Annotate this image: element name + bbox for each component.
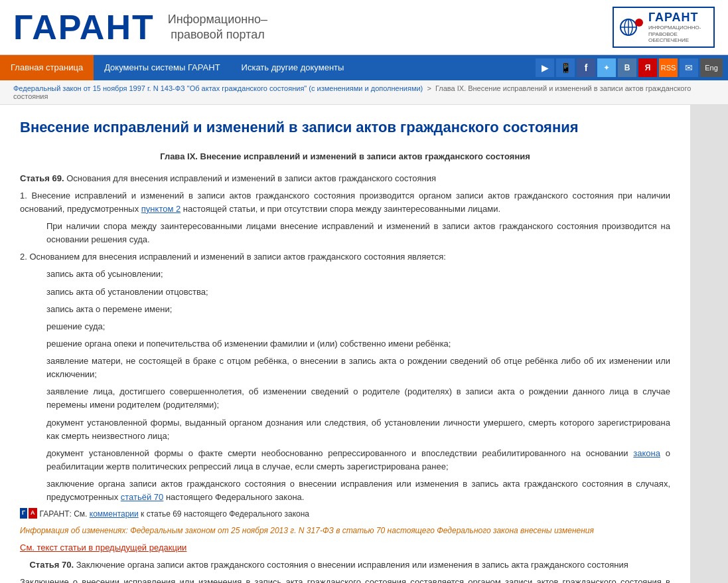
nav-documents[interactable]: Документы системы ГАРАНТ [94, 55, 230, 80]
para-12: документ установленной формы о факте сме… [20, 447, 670, 473]
eng-button[interactable]: Eng [700, 58, 723, 77]
mail-icon[interactable]: ✉ [680, 58, 698, 77]
site-tagline: Информационно– правовой портал [168, 12, 267, 43]
statya70-link[interactable]: статьёй 70 [121, 492, 164, 502]
nav-home[interactable]: Главная страница [0, 55, 94, 80]
article70-intro: Заключение о внесении исправления или из… [20, 576, 670, 583]
article70-header: Статья 70. Заключение органа записи акто… [20, 558, 670, 572]
breadcrumb: Федеральный закон от 15 ноября 1997 г. N… [0, 80, 728, 105]
para-2: При наличии спора между заинтересованным… [20, 220, 670, 246]
article69-header: Статья 69. Основания для внесения исправ… [20, 172, 670, 185]
zakon-link[interactable]: закона [633, 448, 660, 458]
header-right-logo: ГАРАНТ ИНФОРМАЦИОННО-ПРАВОВОЕ ОБЕСПЕЧЕНИ… [613, 7, 715, 48]
facebook-icon[interactable]: f [577, 58, 595, 77]
garant-icon-69: ГА [20, 508, 37, 519]
punkt2-link[interactable]: пунктом 2 [141, 204, 181, 214]
main-content: Внесение исправлений и изменений в запис… [0, 105, 690, 583]
info-change: Информация об изменениях: Федеральным за… [20, 525, 670, 537]
para-5: запись акта об установлении отцовства; [20, 286, 670, 299]
right-logo-text: ГАРАНТ [648, 11, 708, 25]
twitter-icon[interactable]: ✦ [597, 58, 616, 77]
para-6: запись акта о перемене имени; [20, 303, 670, 316]
para-9: заявление матери, не состоящей в браке с… [20, 355, 670, 381]
para-1: 1. Внесение исправлений и изменений в за… [20, 189, 670, 216]
chapter-title: Глава IX. Внесение исправлений и изменен… [20, 150, 670, 163]
para-8: решение органа опеки и попечительства об… [20, 337, 670, 351]
svg-point-4 [635, 19, 643, 27]
globe-icon [619, 16, 644, 39]
site-logo[interactable]: ГАРАНТ [13, 7, 155, 47]
breadcrumb-link[interactable]: Федеральный закон от 15 ноября 1997 г. N… [13, 84, 423, 92]
mobile-icon[interactable]: 📱 [556, 58, 575, 77]
nav-search[interactable]: Искать другие документы [231, 55, 355, 80]
garant-note-69: ГА ГАРАНТ: См. комментарии к статье 69 н… [20, 508, 670, 521]
page-title: Внесение исправлений и изменений в запис… [20, 118, 670, 137]
content-body: Глава IX. Внесение исправлений и изменен… [20, 150, 670, 583]
para-4: запись акта об усыновлении; [20, 268, 670, 281]
para-7: решение суда; [20, 320, 670, 333]
video-icon[interactable]: ▶ [536, 58, 554, 77]
para-3: 2. Основанием для внесения исправлений и… [20, 250, 670, 264]
para-13: заключение органа записи актов гражданск… [20, 477, 670, 504]
comment-69-link[interactable]: комментарии [90, 509, 139, 519]
right-logo-sub: ИНФОРМАЦИОННО-ПРАВОВОЕ ОБЕСПЕЧЕНИЕ [648, 25, 708, 44]
vk-icon[interactable]: В [618, 58, 636, 77]
para-11: документ установленной формы, выданный о… [20, 416, 670, 443]
yandex-icon[interactable]: Я [638, 58, 657, 77]
prev-edition-link[interactable]: См. текст статьи в предыдущей редакции [20, 541, 670, 554]
navbar: Главная страница Документы системы ГАРАН… [0, 55, 728, 80]
social-icons: ▶ 📱 f ✦ В Я RSS ✉ Eng [536, 58, 728, 77]
para-10: заявление лица, достигшего совершеннолет… [20, 385, 670, 412]
rss-icon[interactable]: RSS [659, 58, 678, 77]
